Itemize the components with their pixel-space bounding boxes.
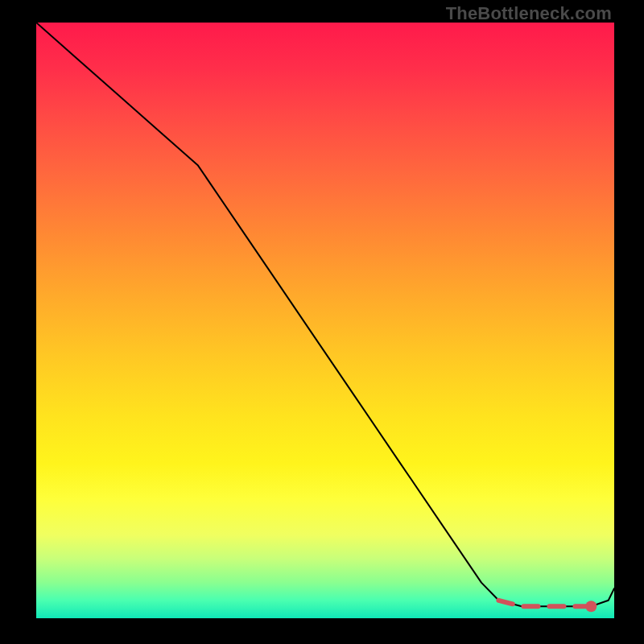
chart-line <box>36 23 614 606</box>
end-marker-dot <box>585 601 597 612</box>
watermark-text: TheBottleneck.com <box>446 3 612 24</box>
plot-area <box>36 23 614 618</box>
valley-highlight <box>498 601 591 606</box>
chart-svg <box>36 23 614 618</box>
chart-frame: TheBottleneck.com <box>0 0 644 644</box>
